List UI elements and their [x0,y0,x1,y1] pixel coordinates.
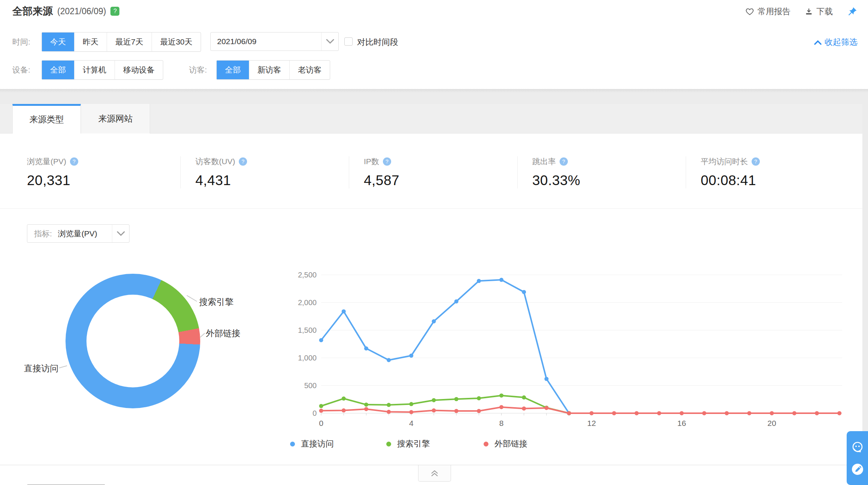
svg-text:1,500: 1,500 [298,326,317,334]
svg-text:500: 500 [304,381,317,390]
help-icon[interactable]: ? [70,157,78,166]
favorite-report-label: 常用报告 [758,6,791,17]
donut-label-external-link: 外部链接 [206,328,240,339]
help-icon[interactable]: ? [752,157,760,166]
visitor-option-all[interactable]: 全部 [217,61,249,79]
legend-label: 外部链接 [494,438,527,449]
pushpin-icon [847,6,858,17]
stat-ip: IP数 ? 4,587 [349,156,518,188]
help-icon[interactable]: ? [110,7,119,16]
chevron-down-icon [321,33,338,50]
stat-avg-duration-label: 平均访问时长 [701,156,748,167]
help-icon[interactable]: ? [239,157,247,166]
chart-legend: 直接访问 搜索引擎 外部链接 [284,438,621,453]
donut-label-search-engine: 搜索引擎 [199,296,234,308]
donut-leader-lines [0,258,292,445]
download-button[interactable]: 下载 [805,6,833,17]
svg-text:12: 12 [587,419,596,427]
pin-button[interactable] [847,6,858,17]
floating-action-panel [847,431,868,485]
stat-uv-value: 4,431 [195,173,349,188]
metric-select[interactable]: 指标: 浏览量(PV) [27,224,130,243]
compare-period-label[interactable]: 对比时间段 [357,37,398,48]
line-chart: 05001,0001,5002,0002,500048121620 [296,267,857,432]
svg-text:8: 8 [499,419,504,427]
stat-pv: 浏览量(PV) ? 20,331 [12,156,181,188]
stat-ip-value: 4,587 [364,173,517,188]
legend-item-search-engine[interactable]: 搜索引擎 [386,438,430,449]
stat-ip-label: IP数 [364,156,379,167]
legend-label: 搜索引擎 [397,438,430,449]
report-card: 浏览量(PV) ? 20,331 访客数(UV) ? 4,431 IP数 ? 4… [0,133,862,465]
download-icon [805,7,813,16]
svg-text:4: 4 [409,419,414,427]
visitor-option-returning[interactable]: 老访客 [290,61,330,79]
collapse-filters-link[interactable]: 收起筛选 [814,37,858,48]
time-filter-label: 时间: [12,37,30,47]
visitor-filter-label: 访客: [189,65,207,75]
metric-select-value: 浏览量(PV) [58,228,112,239]
time-option-yesterday[interactable]: 昨天 [74,33,107,51]
legend-item-external-link[interactable]: 外部链接 [484,438,527,449]
visitor-option-new[interactable]: 新访客 [249,61,290,79]
chevron-down-icon [112,225,129,242]
stats-row: 浏览量(PV) ? 20,331 访客数(UV) ? 4,431 IP数 ? 4… [12,156,856,188]
stat-uv-label: 访客数(UV) [195,156,235,167]
donut-chart: 搜索引擎 外部链接 直接访问 [0,258,292,445]
device-option-all[interactable]: 全部 [42,61,74,79]
report-tabbar: 来源类型 来源网站 [0,104,862,133]
time-option-today[interactable]: 今天 [42,33,74,51]
collapse-section-button[interactable] [418,465,451,482]
download-label: 下载 [816,6,833,17]
legend-dot-red [484,442,488,446]
header-actions: 常用报告 下载 [745,6,858,17]
device-option-mobile[interactable]: 移动设备 [115,61,163,79]
stat-bounce-rate-value: 30.33% [532,173,686,188]
time-option-last7days[interactable]: 最近7天 [107,33,152,51]
page-background-gap [0,89,868,104]
tab-source-website[interactable]: 来源网站 [81,104,150,133]
svg-text:1,000: 1,000 [298,354,317,362]
stat-bounce-rate-label: 跳出率 [532,156,556,167]
metric-select-label: 指标: [27,228,52,239]
feedback-button[interactable] [851,463,864,476]
pencil-icon [851,463,864,476]
tab-source-type[interactable]: 来源类型 [12,104,81,133]
page-right-edge [862,104,868,485]
date-picker-value: 2021/06/09 [211,37,321,46]
svg-text:20: 20 [767,419,776,427]
legend-label: 直接访问 [301,438,334,449]
compare-period-checkbox[interactable] [344,37,353,46]
legend-item-direct-visit[interactable]: 直接访问 [290,438,334,449]
help-icon[interactable]: ? [560,157,568,166]
page-title: 全部来源 [12,4,53,18]
device-filter-group: 全部 计算机 移动设备 [42,60,163,80]
stat-pv-label: 浏览量(PV) [27,156,66,167]
stat-pv-value: 20,331 [27,173,180,188]
customer-service-button[interactable] [851,440,864,454]
svg-text:0: 0 [313,409,317,417]
page-title-date: (2021/06/09) [57,6,106,16]
svg-text:2,000: 2,000 [298,298,317,307]
stat-bounce-rate: 跳出率 ? 30.33% [518,156,686,188]
device-filter-label: 设备: [12,65,30,75]
heart-icon [745,7,754,16]
page-header: 全部来源 (2021/06/09) ? [12,4,119,18]
stat-avg-duration: 平均访问时长 ? 00:08:41 [686,156,855,188]
headset-icon [851,440,864,454]
legend-dot-green [386,442,391,446]
double-chevron-up-icon [429,469,440,478]
favorite-report-button[interactable]: 常用报告 [745,6,791,17]
time-option-last30days[interactable]: 最近30天 [152,33,201,51]
stat-uv: 访客数(UV) ? 4,431 [181,156,349,188]
svg-text:0: 0 [319,419,323,427]
stat-avg-duration-value: 00:08:41 [701,173,855,188]
visitor-filter-group: 全部 新访客 老访客 [216,60,330,80]
legend-dot-blue [290,442,295,446]
donut-label-direct-visit: 直接访问 [24,363,58,374]
svg-text:2,500: 2,500 [298,271,317,279]
collapse-filters-label: 收起筛选 [825,37,858,48]
date-picker[interactable]: 2021/06/09 [210,32,339,51]
device-option-pc[interactable]: 计算机 [74,61,115,79]
help-icon[interactable]: ? [383,157,391,166]
